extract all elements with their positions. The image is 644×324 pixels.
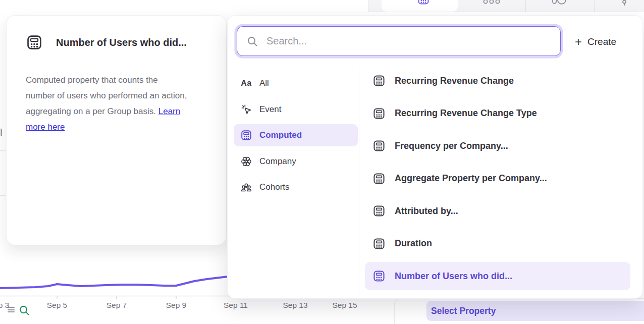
- clipped-text-fragment: y]: [0, 127, 2, 137]
- chart-line-series: [0, 277, 228, 288]
- calculator-icon: [372, 172, 386, 185]
- plus-icon: +: [575, 36, 582, 48]
- calculator-icon: [372, 204, 386, 218]
- company-icon: [240, 155, 253, 168]
- search-box: [237, 26, 561, 56]
- list-item[interactable]: Recurring Revenue Change Type: [365, 101, 630, 126]
- x-axis-label: Sep 9: [153, 301, 199, 310]
- list-item-label: Attributed by...: [395, 206, 458, 217]
- x-axis-label: Sep 5: [34, 301, 80, 310]
- description-line: Computed property that counts the: [26, 75, 158, 85]
- calculator-icon: [372, 107, 386, 120]
- divider: [0, 150, 6, 151]
- select-property-label: Select Property: [431, 306, 496, 316]
- calculator-icon: [372, 237, 386, 250]
- metric-type-tabstrip: [368, 0, 644, 12]
- calculator-icon: [372, 269, 386, 283]
- search-icon: [246, 35, 258, 47]
- x-axis-label: Sep 7: [94, 301, 139, 310]
- category-company[interactable]: Company: [234, 150, 358, 173]
- app-canvas: Sep 3 Sep 5 Sep 7 Sep 9 Sep 11 Sep 13 Se…: [0, 0, 644, 324]
- list-item-label: Aggregate Property per Company...: [395, 173, 547, 184]
- list-item[interactable]: Attributed by...: [365, 198, 630, 224]
- text-Aa-icon: Aa: [240, 79, 253, 88]
- list-item-label: Recurring Revenue Change: [395, 76, 514, 86]
- search-icon: [18, 304, 30, 316]
- create-button[interactable]: + Create: [572, 34, 619, 50]
- category-all[interactable]: Aa All: [234, 72, 358, 94]
- list-item-label: Recurring Revenue Change Type: [395, 108, 537, 119]
- spark-cursor-icon: [240, 103, 253, 115]
- x-axis-label: Sep 13: [273, 301, 318, 310]
- learn-more-link[interactable]: Learn: [158, 106, 180, 116]
- list-item-selected[interactable]: Number of Users who did...: [365, 262, 630, 290]
- description-line: number of users who performed an action,: [26, 91, 187, 100]
- calculator-icon: [26, 34, 43, 51]
- property-picker-panel: + Create Aa All Event Computed Company: [227, 15, 643, 299]
- category-label: Company: [259, 156, 296, 167]
- refresh-clock-icon[interactable]: [551, 0, 566, 5]
- list-item[interactable]: Aggregate Property per Company...: [365, 166, 630, 191]
- drag-handle-icon[interactable]: [8, 307, 15, 314]
- calculator-icon: [240, 129, 253, 141]
- category-event[interactable]: Event: [234, 98, 358, 121]
- search-input[interactable]: [265, 35, 553, 47]
- tooltip-title: Number of Users who did...: [56, 37, 187, 48]
- category-label: Event: [259, 104, 281, 115]
- calculator-icon: [372, 74, 386, 87]
- category-computed[interactable]: Computed: [234, 124, 358, 146]
- cohorts-icon: [240, 181, 253, 193]
- tab-separator: [525, 0, 526, 12]
- list-item[interactable]: Recurring Revenue Change: [365, 68, 630, 93]
- tab-separator: [594, 0, 595, 12]
- circles-icon[interactable]: [482, 0, 501, 5]
- learn-more-link[interactable]: more here: [26, 122, 65, 132]
- calculator-icon: [372, 139, 386, 152]
- category-cohorts[interactable]: Cohorts: [234, 176, 358, 198]
- list-item[interactable]: Frequency per Company...: [365, 133, 630, 158]
- category-label: All: [259, 78, 269, 88]
- tab-computed-active[interactable]: [382, 0, 458, 12]
- category-label: Cohorts: [259, 182, 290, 192]
- category-label: Computed: [259, 130, 302, 140]
- divider: [0, 195, 6, 196]
- x-axis-label: Sep 15: [322, 301, 367, 310]
- create-button-label: Create: [587, 36, 616, 47]
- select-property-field[interactable]: Select Property: [426, 301, 644, 321]
- flag-icon[interactable]: [621, 0, 628, 6]
- divider: [359, 69, 359, 297]
- description-line: aggregating on a per Group basis.: [26, 106, 158, 116]
- list-item[interactable]: Duration: [365, 231, 630, 256]
- list-item-label: Number of Users who did...: [395, 271, 512, 282]
- calculator-icon: [417, 0, 430, 6]
- tooltip-description: Computed property that counts the number…: [26, 72, 213, 135]
- property-list: Recurring Revenue Change Recurring Reven…: [365, 68, 630, 298]
- x-axis-label: Sep 11: [213, 301, 258, 310]
- list-item-label: Duration: [395, 238, 432, 249]
- list-item-label: Frequency per Company...: [395, 141, 508, 151]
- category-column: Aa All Event Computed Company Cohorts: [234, 72, 358, 202]
- property-tooltip-card: Number of Users who did... Computed prop…: [6, 15, 227, 245]
